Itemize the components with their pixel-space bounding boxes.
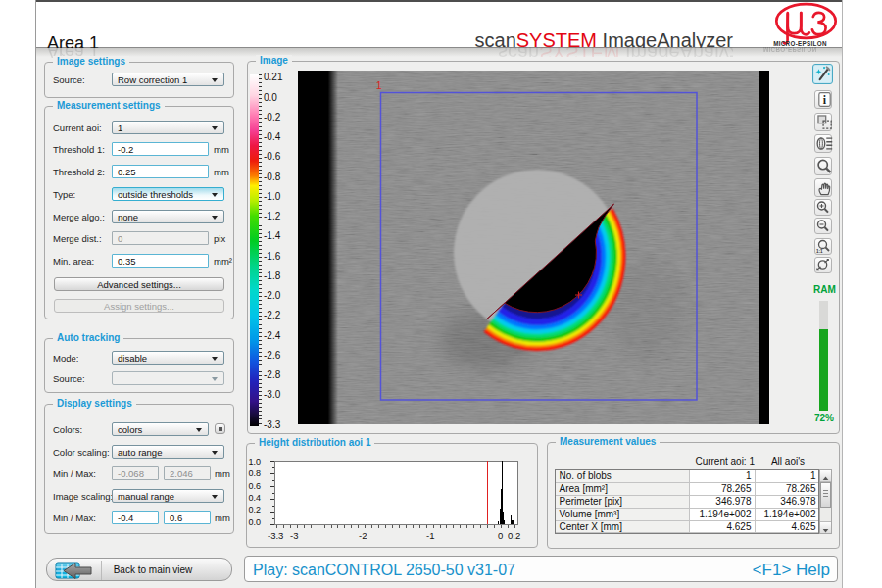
svg-text:1: 1 [376,79,382,91]
svg-text:1:1: 1:1 [816,249,823,254]
